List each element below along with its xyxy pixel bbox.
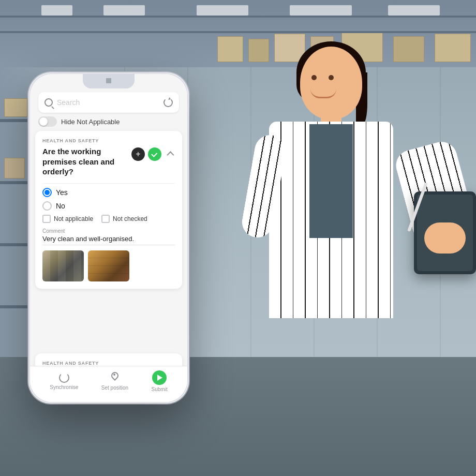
yes-radio[interactable] [42,188,52,197]
position-toolbar-item[interactable]: Set position [101,372,128,391]
card-1-category: HEALTH AND SAFETY [42,138,175,143]
card-1-header: Are the working premises clean and order… [42,146,175,177]
answer-check-button[interactable] [148,147,161,161]
search-placeholder: Search [57,98,159,107]
hide-na-toggle[interactable] [38,116,57,127]
woman-head [300,47,362,119]
card-1-actions: + [131,147,175,161]
woman-figure [217,21,476,476]
question-1-card: HEALTH AND SAFETY Are the working premis… [35,131,182,289]
phone-inner: Search Hide Not Applicable HEALTH AND SA… [30,74,187,402]
phone-screen: Search Hide Not Applicable HEALTH AND SA… [30,74,187,402]
toggle-row: Hide Not Applicable [38,116,179,127]
woman-eye-right [329,75,334,80]
ceiling-light-5 [388,5,440,16]
search-bar[interactable]: Search [38,92,179,113]
not-applicable-checkbox[interactable] [42,215,51,223]
pin-shape [110,370,120,381]
comment-text[interactable]: Very clean and well-organised. [42,235,175,245]
submit-toolbar-item[interactable]: Submit [152,370,168,392]
woman-hand [424,222,466,254]
checkbox-row: Not applicable Not checked [42,215,175,223]
woman-inner-shirt [309,124,353,238]
not-checked-checkbox[interactable] [101,215,110,223]
submit-label: Submit [152,386,168,392]
ceiling-light-4 [290,5,352,16]
woman-smile [310,89,336,98]
card-divider [42,183,175,184]
woman-eye-left [311,75,317,80]
photo-thumbnail-1[interactable] [42,250,84,281]
bottom-toolbar: Synchronise Set position Submit [30,366,187,402]
phone-notch [83,74,135,88]
ceiling-light-1 [41,5,72,16]
card-2-category: HEALTH AND SAFETY [42,361,175,366]
collapse-button[interactable] [165,149,175,159]
position-label: Set position [101,385,128,391]
toggle-label: Hide Not Applicable [61,118,120,126]
not-checked-option[interactable]: Not checked [101,215,147,223]
not-checked-label: Not checked [113,215,147,222]
sync-icon [59,373,69,383]
location-icon [111,372,119,383]
search-icon [44,98,53,107]
refresh-icon[interactable] [163,98,173,107]
not-applicable-label: Not applicable [54,215,93,222]
add-media-button[interactable]: + [131,147,145,161]
shelf-box [4,98,27,117]
ceiling-light-2 [103,5,145,16]
photo-thumbnail-2[interactable] [88,250,129,281]
phone-mockup: Search Hide Not Applicable HEALTH AND SA… [28,72,189,404]
card-1-question: Are the working premises clean and order… [42,146,131,177]
sync-toolbar-item[interactable]: Synchronise [50,373,78,390]
no-option[interactable]: No [42,201,175,211]
no-radio[interactable] [42,201,52,211]
pin-dot [113,374,115,376]
comment-label: Comment [42,228,175,234]
comment-section: Comment Very clean and well-organised. [42,228,175,245]
shelf-box [4,158,25,178]
yes-option[interactable]: Yes [42,188,175,197]
submit-icon [152,370,167,385]
not-applicable-option[interactable]: Not applicable [42,215,93,223]
sync-label: Synchronise [50,384,78,390]
no-label: No [56,202,65,210]
photo-row [42,250,175,281]
ceiling-light-3 [197,5,248,16]
camera-dot [106,78,111,83]
yes-label: Yes [56,188,68,197]
